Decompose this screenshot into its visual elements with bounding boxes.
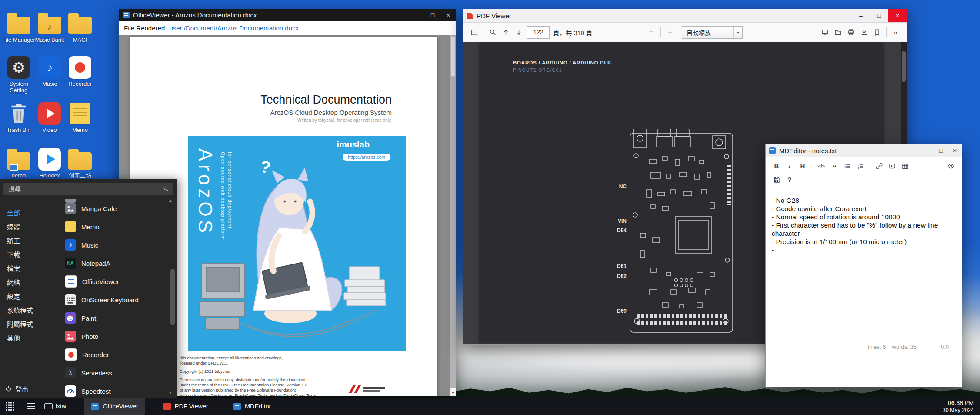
- app-item-paint[interactable]: Paint: [60, 309, 177, 327]
- officeviewer-titlebar[interactable]: OfficeViewer - Arozos Documentation.docx…: [119, 9, 456, 21]
- open-file-icon[interactable]: [831, 26, 844, 39]
- desktop-icon-memo[interactable]: Memo: [61, 101, 99, 134]
- download-icon[interactable]: [857, 26, 870, 39]
- rendered-file-link[interactable]: user:/Document/Arozos Documentation.docx: [169, 24, 299, 32]
- unordered-list-button[interactable]: [841, 161, 854, 172]
- pdf-toolbar: 頁，共 310 頁 − + 自動縮放 ▾: [463, 23, 907, 42]
- app-item-speedtest[interactable]: Speedtest: [60, 382, 177, 398]
- maximize-button[interactable]: □: [870, 9, 888, 22]
- app-item-photo[interactable]: Photo: [60, 327, 177, 345]
- app-item-manga-cafe[interactable]: Manga Cafe: [60, 199, 177, 218]
- page-count-label: 頁，共 310 頁: [553, 28, 592, 37]
- category-accessories[interactable]: 附屬程式: [0, 318, 60, 331]
- zoom-select[interactable]: 自動縮放 ▾: [682, 26, 743, 39]
- category-files[interactable]: 檔案: [0, 262, 60, 276]
- ordered-list-button[interactable]: [854, 161, 867, 172]
- app-item-serverless[interactable]: λ Serverless: [60, 364, 177, 382]
- help-button[interactable]: ?: [783, 174, 796, 185]
- category-network[interactable]: 網絡: [0, 276, 60, 290]
- task-officeviewer[interactable]: OfficeViewer: [84, 398, 145, 415]
- next-page-icon[interactable]: [512, 26, 525, 39]
- category-settings[interactable]: 設定: [0, 290, 60, 304]
- maximize-button[interactable]: □: [425, 9, 440, 21]
- app-item-recorder[interactable]: Recorder: [60, 345, 177, 364]
- scroll-up-icon[interactable]: ▴: [169, 197, 172, 203]
- chevron-down-icon: ▾: [733, 27, 742, 38]
- menu-hamburger-icon[interactable]: [27, 403, 35, 409]
- start-menu: 全部 媒體 辦工 下載 檔案 網絡 設定 系統程式 附屬程式 其他 Manga …: [0, 179, 177, 398]
- close-button[interactable]: ×: [888, 9, 907, 22]
- pdf-titlebar[interactable]: PDF Viewer – □ ×: [463, 9, 907, 23]
- photo-icon: [65, 331, 76, 342]
- category-others[interactable]: 其他: [0, 331, 60, 345]
- start-button[interactable]: [5, 402, 15, 411]
- zoom-in-button[interactable]: +: [663, 26, 677, 39]
- start-menu-search[interactable]: [3, 183, 173, 195]
- editor-line: - Gcode rewrite after Cura exort: [772, 204, 956, 213]
- officeviewer-title: OfficeViewer - Arozos Documentation.docx: [133, 11, 409, 19]
- document-scrollbar[interactable]: ▾: [450, 35, 456, 396]
- category-office[interactable]: 辦工: [0, 234, 60, 248]
- previous-page-icon[interactable]: [499, 26, 512, 39]
- desktop-icon-magi[interactable]: MAGI: [61, 11, 99, 44]
- save-button[interactable]: [770, 174, 783, 185]
- desktop-icon-recorder[interactable]: Recorder: [61, 55, 99, 87]
- minimize-button[interactable]: –: [409, 9, 425, 21]
- image-button[interactable]: [886, 161, 899, 172]
- presentation-mode-icon[interactable]: [818, 26, 831, 39]
- category-media[interactable]: 媒體: [0, 220, 60, 234]
- page-number-input[interactable]: [527, 26, 550, 39]
- close-button[interactable]: ×: [948, 144, 962, 157]
- app-item-officeviewer[interactable]: OfficeViewer: [60, 272, 177, 291]
- clock-date: 30 May 2024: [943, 407, 974, 414]
- code-button[interactable]: </>: [815, 161, 828, 172]
- task-mdeditor[interactable]: MDEditor: [227, 398, 278, 415]
- taskbar-clock[interactable]: 06:38 PM 30 May 2024: [943, 399, 974, 414]
- bold-button[interactable]: B: [770, 161, 783, 172]
- app-list-scrollbar-thumb[interactable]: [170, 269, 175, 325]
- sidebar-toggle-icon[interactable]: [467, 26, 480, 39]
- search-icon[interactable]: [486, 26, 499, 39]
- desktop-icon-workshop[interactable]: 创新工坊: [61, 147, 99, 179]
- app-item-notepada[interactable]: NA NotepadA: [60, 254, 177, 272]
- scrollbar-thumb[interactable]: [451, 37, 455, 77]
- italic-button[interactable]: I: [783, 161, 796, 172]
- maximize-button[interactable]: □: [934, 144, 948, 157]
- link-button[interactable]: [873, 161, 886, 172]
- folder-icon: [7, 152, 30, 170]
- taskbar-ime-indicator[interactable]: lxtw: [44, 403, 66, 410]
- markdown-editor-area[interactable]: - No G28 - Gcode rewrite after Cura exor…: [766, 187, 962, 254]
- quote-button[interactable]: “: [828, 159, 841, 174]
- toolbar-overflow-icon[interactable]: »: [889, 26, 902, 39]
- print-icon[interactable]: [844, 26, 857, 39]
- pdf-source-line: PINOUTS.ORG/G01: [513, 68, 562, 73]
- search-icon: [163, 186, 169, 192]
- minimize-button[interactable]: –: [920, 144, 934, 157]
- imuslab-brand: imuslab: [337, 140, 370, 150]
- markdown-toolbar: B I H </> “: [766, 157, 962, 187]
- app-item-memo[interactable]: Memo: [60, 218, 177, 236]
- zoom-out-button[interactable]: −: [645, 26, 658, 39]
- search-input[interactable]: [8, 185, 163, 193]
- bookmark-icon[interactable]: [870, 26, 883, 39]
- desktop-icon-label: 创新工坊: [61, 173, 99, 179]
- scroll-down-icon[interactable]: ▾: [169, 390, 172, 395]
- logout-button[interactable]: 登出: [5, 384, 28, 393]
- mdeditor-titlebar[interactable]: MDEditor - notes.txt – □ ×: [766, 144, 962, 157]
- close-button[interactable]: ×: [440, 9, 456, 21]
- holodex-play-icon: [38, 148, 61, 171]
- heading-button[interactable]: H: [796, 161, 809, 172]
- table-button[interactable]: [899, 161, 912, 172]
- preview-eye-button[interactable]: [944, 161, 957, 172]
- app-list-item-partial[interactable]: [65, 199, 76, 203]
- minimize-button[interactable]: –: [852, 9, 870, 22]
- category-download[interactable]: 下載: [0, 248, 60, 262]
- scrollbar-down-arrow[interactable]: ▾: [450, 388, 456, 396]
- task-pdf-viewer[interactable]: PDF Viewer: [157, 398, 215, 415]
- app-item-music[interactable]: ♪ Music: [60, 236, 177, 254]
- category-system[interactable]: 系統程式: [0, 304, 60, 318]
- scrollbar-thumb[interactable]: [902, 51, 906, 82]
- cover-illustration: ArozOS Open source web desktop platform …: [188, 136, 406, 351]
- app-item-onscreenkeyboard[interactable]: OnScreenKeyboard: [60, 291, 177, 309]
- category-all[interactable]: 全部: [0, 206, 60, 220]
